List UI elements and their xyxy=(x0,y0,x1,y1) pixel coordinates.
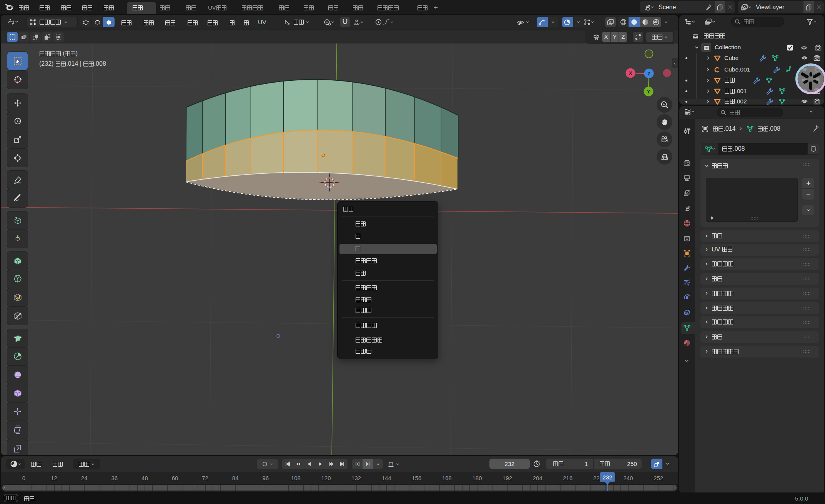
svg-text:Y: Y xyxy=(647,89,650,95)
svg-text:X: X xyxy=(629,70,632,76)
svg-text:Z: Z xyxy=(647,71,650,77)
